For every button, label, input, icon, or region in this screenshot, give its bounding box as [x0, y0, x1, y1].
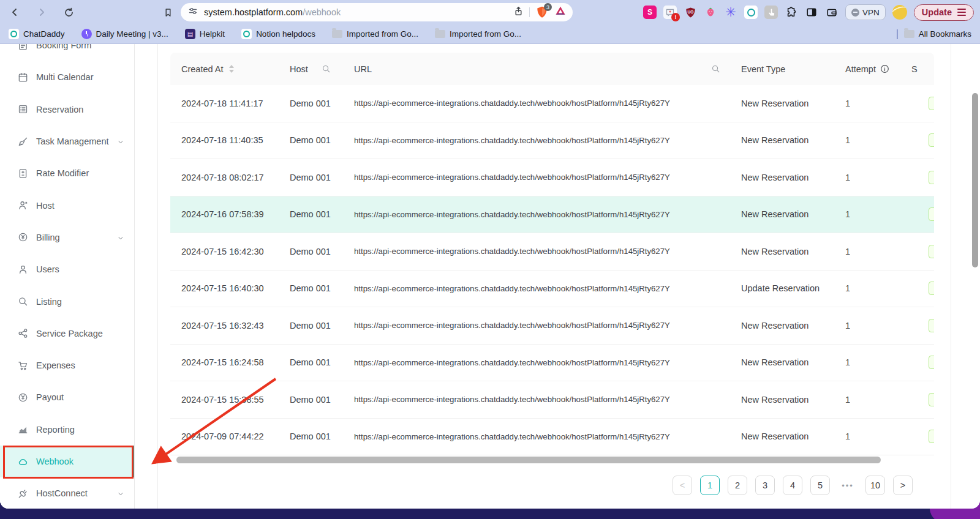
pagination-page-5[interactable]: 5 [810, 476, 830, 495]
pagination-page-3[interactable]: 3 [755, 476, 775, 495]
teal-circle-extension-icon[interactable] [744, 6, 758, 19]
sidebar-item-task-management[interactable]: Task Management [0, 125, 134, 157]
sidebar-item-reporting[interactable]: Reporting [0, 414, 134, 446]
table-row[interactable]: 2024-07-16 07:58:39Demo 001https://api-e… [170, 196, 934, 234]
sort-icon[interactable] [229, 65, 234, 73]
vpn-button[interactable]: VPN [845, 4, 886, 20]
brave-rewards-icon[interactable] [554, 5, 567, 20]
table-row[interactable]: 2024-07-18 11:40:35Demo 001https://api-e… [170, 122, 934, 160]
cell-url: https://api-ecommerce-integrations.chatd… [343, 284, 730, 293]
status-badge [929, 245, 934, 258]
cell-host: Demo 001 [279, 357, 343, 367]
sidebar-item-label: Booking Form [36, 44, 124, 50]
sidebar-item-multi-calendar[interactable]: Multi Calendar [0, 61, 134, 93]
search-icon[interactable] [322, 64, 331, 73]
pagination-page-10[interactable]: 10 [865, 476, 885, 495]
info-icon[interactable] [880, 64, 889, 73]
pagination-ellipsis[interactable]: ••• [838, 481, 858, 490]
horizontal-scrollbar[interactable] [176, 457, 881, 463]
bookmark-item[interactable]: ChatDaddy [9, 29, 65, 39]
cell-url: https://api-ecommerce-integrations.chatd… [343, 173, 730, 182]
sidebar-toggle-button[interactable] [805, 6, 818, 19]
cell-attempt: 1 [834, 247, 900, 256]
pink-s-extension-icon[interactable]: S [643, 6, 657, 19]
cell-status [900, 430, 934, 443]
bookmark-item[interactable]: Imported from Go... [332, 29, 418, 39]
sidebar-item-hostconnect[interactable]: HostConnect [0, 477, 134, 509]
extension-badge: ! [671, 13, 680, 21]
strawberry-extension-icon[interactable] [704, 6, 717, 19]
share-icon[interactable] [513, 6, 524, 19]
sidebar-item-booking-form[interactable]: Booking Form [0, 44, 134, 61]
url-text[interactable]: system.hostplatform.com/webhook [204, 7, 513, 17]
shield-badge: 3 [544, 3, 552, 11]
cell-host: Demo 001 [279, 247, 343, 256]
bookmark-item[interactable]: Daily Meeting | v3... [81, 29, 168, 39]
brave-shield-icon[interactable]: 3 [535, 6, 549, 19]
sidebar-item-service-package[interactable]: Service Package [0, 318, 134, 349]
table-row[interactable]: 2024-07-15 16:24:58Demo 001https://api-e… [170, 345, 934, 382]
column-header-attempt: Attempt [834, 64, 900, 74]
pagination-page-1[interactable]: 1 [700, 476, 720, 495]
sidebar-item-label: Webhook [36, 457, 124, 466]
pagination-page-2[interactable]: 2 [728, 476, 747, 495]
sidebar-item-webhook[interactable]: Webhook [0, 446, 134, 477]
forward-button[interactable] [34, 5, 49, 20]
sidebar-item-expenses[interactable]: Expenses [0, 349, 134, 381]
table-row[interactable]: 2024-07-15 16:32:43Demo 001https://api-e… [170, 307, 934, 345]
table-row[interactable]: 2024-07-09 07:44:22Demo 001https://api-e… [170, 419, 934, 456]
wallet-button[interactable] [825, 6, 839, 19]
back-button[interactable] [7, 5, 22, 20]
chatdaddy-favicon [9, 29, 19, 39]
sidebar-item-payout[interactable]: Payout [0, 381, 134, 413]
cell-url: https://api-ecommerce-integrations.chatd… [343, 395, 730, 404]
cell-event-type: New Reservation [730, 173, 834, 182]
vertical-scrollbar[interactable] [972, 93, 978, 267]
page-content: Booking FormMulti CalendarReservationTas… [0, 44, 980, 509]
sidebar-item-host[interactable]: Host [0, 189, 134, 221]
chat-alert-extension-icon[interactable]: ! [663, 6, 677, 19]
sidebar-item-users[interactable]: Users [0, 253, 134, 285]
reload-button[interactable] [61, 5, 76, 20]
column-header-created-at[interactable]: Created At [170, 64, 279, 74]
sidebar-item-listing[interactable]: Listing [0, 285, 134, 317]
plug-icon [18, 488, 28, 499]
table-row[interactable]: 2024-07-18 08:02:17Demo 001https://api-e… [170, 159, 934, 196]
column-header-url: URL [343, 64, 730, 74]
sidebar-item-label: Reporting [36, 425, 124, 435]
pagination-next-button[interactable]: > [893, 476, 913, 495]
ublock-shield-extension-icon[interactable]: UO [684, 6, 697, 19]
table-row[interactable]: 2024-07-18 11:41:17Demo 001https://api-e… [170, 85, 934, 122]
all-bookmarks-button[interactable]: All Bookmarks [904, 29, 971, 39]
sidebar-item-reservation[interactable]: Reservation [0, 94, 134, 125]
table-row[interactable]: 2024-07-15 16:42:30Demo 001https://api-e… [170, 233, 934, 271]
update-button[interactable]: Update [914, 4, 974, 21]
bookmark-item[interactable]: Notion helpdocs [241, 29, 315, 39]
pagination-prev-button[interactable]: < [673, 476, 692, 495]
status-badge [929, 207, 934, 221]
cell-attempt: 1 [834, 357, 900, 367]
pagination-page-4[interactable]: 4 [783, 476, 802, 495]
column-header-host: Host [279, 64, 343, 74]
site-settings-icon[interactable] [188, 6, 198, 18]
cell-event-type: New Reservation [730, 357, 834, 367]
broom-icon [18, 136, 28, 147]
column-label: S [911, 64, 918, 74]
bookmark-item[interactable]: Imported from Go... [435, 29, 521, 39]
cell-status [900, 171, 934, 184]
reading-list-icon[interactable] [160, 5, 175, 20]
profile-avatar[interactable] [892, 5, 907, 20]
person-star-icon [18, 200, 28, 211]
sidebar-item-rate-modifier[interactable]: Rate Modifier [0, 157, 134, 189]
cell-attempt: 1 [834, 173, 900, 182]
bookmark-item[interactable]: ▤Helpkit [185, 29, 225, 39]
sidebar-item-billing[interactable]: Billing [0, 222, 134, 253]
search-icon[interactable] [711, 64, 720, 73]
extensions-puzzle-button[interactable] [785, 6, 798, 19]
cell-attempt: 1 [834, 395, 900, 405]
address-bar[interactable]: system.hostplatform.com/webhook 3 [181, 3, 573, 21]
gray-hand-extension-icon[interactable] [764, 6, 778, 19]
purple-burst-extension-icon[interactable]: ✳ [724, 6, 737, 19]
table-row[interactable]: 2024-07-15 15:38:55Demo 001https://api-e… [170, 381, 934, 419]
table-row[interactable]: 2024-07-15 16:40:30Demo 001https://api-e… [170, 271, 934, 308]
